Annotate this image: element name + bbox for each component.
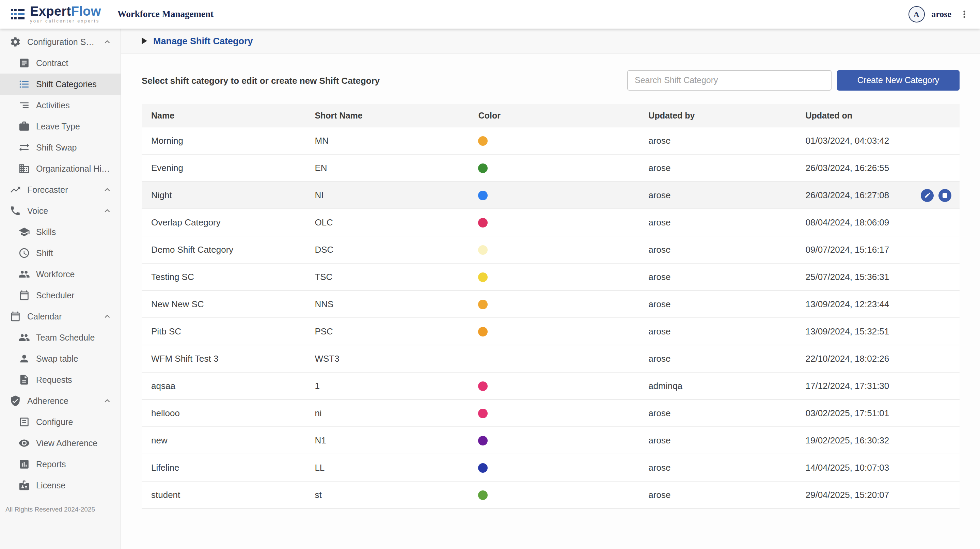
create-new-category-button[interactable]: Create New Category bbox=[837, 70, 959, 91]
table-row[interactable]: newN1arose19/02/2025, 16:30:32 bbox=[142, 427, 959, 454]
table-row[interactable]: helloooniarose03/02/2025, 17:51:01 bbox=[142, 399, 959, 427]
cell-short-name: 1 bbox=[305, 372, 469, 399]
sidebar-item-shift-categories[interactable]: Shift Categories bbox=[0, 73, 121, 95]
cell-short-name: ni bbox=[305, 399, 469, 427]
cell-updated-on: 25/07/2024, 15:36:31 bbox=[796, 263, 960, 291]
cell-name: Morning bbox=[142, 127, 305, 154]
sidebar-item-adherence[interactable]: Adherence bbox=[0, 390, 121, 411]
updated-on-value: 26/03/2024, 16:27:08 bbox=[806, 190, 889, 200]
cell-updated-by: arose bbox=[639, 181, 796, 209]
manage-shift-category-expander[interactable]: Manage Shift Category bbox=[121, 29, 980, 54]
header-actions: Create New Category bbox=[627, 70, 959, 91]
sidebar-item-label: Team Schedule bbox=[36, 333, 112, 342]
sidebar-item-forecaster[interactable]: Forecaster bbox=[0, 179, 121, 200]
sidebar-item-view-adherence[interactable]: View Adherence bbox=[0, 433, 121, 454]
sidebar-item-skills[interactable]: Skills bbox=[0, 221, 121, 242]
category-color-dot bbox=[479, 463, 488, 473]
sidebar-item-configuration-settings[interactable]: Configuration Settings bbox=[0, 31, 121, 53]
kebab-menu-icon[interactable] bbox=[958, 8, 970, 21]
contract-icon bbox=[18, 57, 30, 69]
sidebar-item-voice[interactable]: Voice bbox=[0, 200, 121, 221]
table-row[interactable]: EveningENarose26/03/2024, 16:26:55 bbox=[142, 154, 959, 181]
person-icon bbox=[18, 353, 30, 364]
sidebar-item-label: Organizational Hierarchy bbox=[36, 164, 112, 173]
chevron-up-icon[interactable] bbox=[102, 311, 112, 321]
cell-updated-on: 01/03/2024, 04:03:42 bbox=[796, 127, 960, 154]
deactivate-category-button[interactable] bbox=[939, 189, 951, 202]
cell-updated-by: arose bbox=[639, 481, 796, 508]
chevron-up-icon[interactable] bbox=[102, 37, 112, 47]
table-row[interactable]: Pitb SCPSCarose13/09/2024, 15:32:51 bbox=[142, 318, 959, 345]
cell-name: new bbox=[142, 427, 305, 454]
swap-icon bbox=[18, 142, 30, 153]
main-content: Manage Shift Category Select shift categ… bbox=[121, 29, 980, 549]
cell-name: New New SC bbox=[142, 291, 305, 318]
table-row[interactable]: Demo Shift CategoryDSCarose09/07/2024, 1… bbox=[142, 236, 959, 263]
cell-short-name: NI bbox=[305, 181, 469, 209]
calendar-icon bbox=[10, 310, 21, 322]
sidebar-item-scheduler[interactable]: Scheduler bbox=[0, 285, 121, 306]
chevron-up-icon[interactable] bbox=[102, 185, 112, 195]
sidebar-item-label: Workforce bbox=[36, 269, 112, 279]
table-row[interactable]: studentstarose29/04/2025, 15:20:07 bbox=[142, 481, 959, 508]
cell-updated-by: arose bbox=[639, 291, 796, 318]
sidebar-item-shift-swap[interactable]: Shift Swap bbox=[0, 137, 121, 158]
cell-updated-on: 22/10/2024, 18:02:26 bbox=[796, 345, 960, 372]
table-row[interactable]: Testing SCTSCarose25/07/2024, 15:36:31 bbox=[142, 263, 959, 291]
chevron-up-icon[interactable] bbox=[102, 206, 112, 216]
category-color-dot bbox=[479, 382, 488, 391]
sidebar-item-label: Swap table bbox=[36, 354, 112, 363]
sidebar-item-team-schedule[interactable]: Team Schedule bbox=[0, 327, 121, 348]
search-shift-category-input[interactable] bbox=[627, 70, 832, 91]
cell-short-name: PSC bbox=[305, 318, 469, 345]
sidebar-item-configure[interactable]: Configure bbox=[0, 411, 121, 433]
cell-short-name: st bbox=[305, 481, 469, 508]
phone-icon bbox=[10, 205, 21, 216]
cell-color bbox=[469, 318, 639, 345]
edit-category-button[interactable] bbox=[921, 189, 934, 202]
sidebar-item-label: Configure bbox=[36, 417, 112, 427]
cell-updated-by: arose bbox=[639, 427, 796, 454]
column-header-short-name: Short Name bbox=[305, 104, 469, 127]
cell-name: Lifeline bbox=[142, 454, 305, 481]
table-row[interactable]: New New SCNNSarose13/09/2024, 12:23:44 bbox=[142, 291, 959, 318]
sidebar-item-organizational-hierarchy[interactable]: Organizational Hierarchy bbox=[0, 158, 121, 179]
sidebar-item-license[interactable]: License bbox=[0, 475, 121, 496]
sidebar-item-swap-table[interactable]: Swap table bbox=[0, 348, 121, 369]
people-icon bbox=[18, 268, 30, 280]
table-row[interactable]: Overlap CategoryOLCarose08/04/2024, 18:0… bbox=[142, 209, 959, 236]
content-header: Select shift category to edit or create … bbox=[142, 70, 959, 91]
sidebar-item-calendar[interactable]: Calendar bbox=[0, 306, 121, 327]
sidebar-item-requests[interactable]: Requests bbox=[0, 369, 121, 390]
sidebar-item-workforce[interactable]: Workforce bbox=[0, 264, 121, 285]
table-row[interactable]: aqsaa1adminqa17/12/2024, 17:31:30 bbox=[142, 372, 959, 399]
sidebar-item-reports[interactable]: Reports bbox=[0, 454, 121, 475]
sidebar-item-contract[interactable]: Contract bbox=[0, 53, 121, 73]
sidebar-item-activities[interactable]: Activities bbox=[0, 95, 121, 116]
table-row[interactable]: NightNIarose26/03/2024, 16:27:08 bbox=[142, 181, 959, 209]
cell-name: Overlap Category bbox=[142, 209, 305, 236]
column-header-updated-by: Updated by bbox=[639, 104, 796, 127]
briefcase-icon bbox=[18, 121, 30, 132]
table-row[interactable]: MorningMNarose01/03/2024, 04:03:42 bbox=[142, 127, 959, 154]
sidebar-item-label: Configuration Settings bbox=[27, 37, 96, 47]
table-row[interactable]: LifelineLLarose14/04/2025, 10:07:03 bbox=[142, 454, 959, 481]
sidebar-item-label: Adherence bbox=[27, 396, 96, 406]
sidebar-item-label: Scheduler bbox=[36, 291, 112, 300]
cell-name: Evening bbox=[142, 154, 305, 181]
calendar-icon bbox=[18, 290, 30, 301]
sidebar-item-label: Contract bbox=[36, 58, 112, 68]
cell-short-name: LL bbox=[305, 454, 469, 481]
sidebar-item-leave-type[interactable]: Leave Type bbox=[0, 116, 121, 137]
sidebar-item-label: Activities bbox=[36, 100, 112, 110]
app-title: Workforce Management bbox=[118, 9, 213, 20]
sidebar-item-shift[interactable]: Shift bbox=[0, 242, 121, 264]
cell-name: Night bbox=[142, 181, 305, 209]
user-avatar[interactable]: A bbox=[908, 6, 924, 22]
license-icon bbox=[18, 479, 30, 491]
cell-updated-by: adminqa bbox=[639, 372, 796, 399]
cell-short-name: WST3 bbox=[305, 345, 469, 372]
table-row[interactable]: WFM Shift Test 3WST3arose22/10/2024, 18:… bbox=[142, 345, 959, 372]
chevron-up-icon[interactable] bbox=[102, 396, 112, 406]
shift-categories-table: Name Short Name Color Updated by Updated… bbox=[142, 104, 959, 509]
